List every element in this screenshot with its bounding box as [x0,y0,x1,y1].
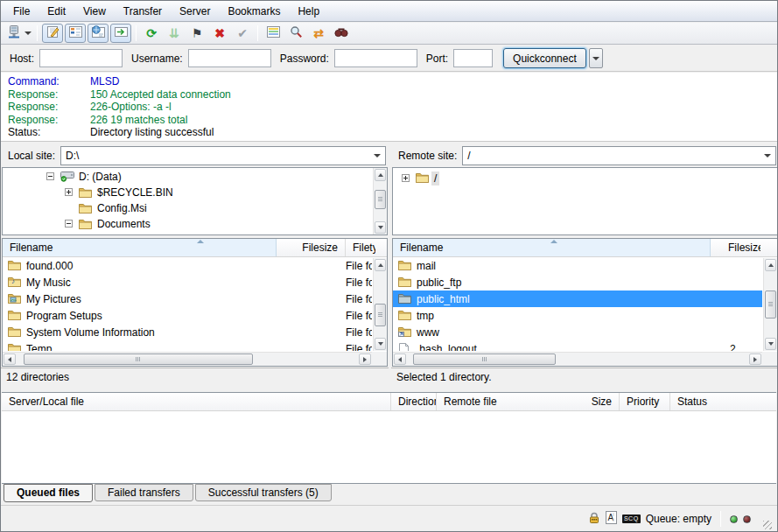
scroll-left-button[interactable] [394,354,406,365]
filezilla-window: File Edit View Transfer Server Bookmarks… [0,0,778,532]
tab-successful-transfers[interactable]: Successful transfers (5) [195,484,332,501]
cancel-operation-button[interactable]: ⚑ [186,24,207,43]
menu-help[interactable]: Help [289,3,328,20]
username-input[interactable] [188,49,271,67]
refresh-button[interactable]: ⟳ [141,24,162,43]
find-files-button[interactable] [285,24,306,43]
toolbar: ⟳ ⇊ ⚑ ✖ ✔ ⇄ [1,23,777,45]
toggle-remote-tree-button[interactable] [88,24,109,43]
file-row[interactable]: My Pictures File folder [3,290,372,307]
menu-bookmarks[interactable]: Bookmarks [219,3,289,20]
toggle-queue-button[interactable] [110,24,131,43]
scrollbar-thumb[interactable] [375,190,386,209]
local-directory-tree: D: (Data) $RECYCLE.BIN Config.Msi [2,167,388,235]
local-list-header: Filename Filesize Filetype [3,239,387,257]
collapse-icon[interactable] [46,172,54,180]
resize-grip[interactable] [763,521,772,529]
column-header-status[interactable]: Status [670,393,775,410]
column-header-server-local-file[interactable]: Server/Local file [2,393,391,410]
file-row[interactable]: public_ftp [393,274,762,290]
password-input[interactable] [334,49,417,67]
disconnect-icon: ✖ [214,27,225,39]
queue-size-text: Queue: empty [646,513,711,525]
menu-edit[interactable]: Edit [39,3,74,20]
host-input[interactable] [39,49,123,67]
column-header-filesize[interactable]: Filesize [711,239,760,256]
scroll-up-button[interactable] [765,259,776,271]
file-row[interactable]: www [393,324,762,340]
scrollbar-thumb[interactable] [413,354,556,365]
quickconnect-dropdown-button[interactable] [589,48,603,68]
queue-view-icon [115,25,128,41]
scroll-down-button[interactable] [765,338,776,350]
scroll-down-icon [378,226,383,229]
column-header-filename[interactable]: Filename [393,239,711,256]
folder-icon [416,172,429,184]
column-header-filesize[interactable]: Filesize [277,239,346,256]
search-button[interactable] [331,24,352,43]
file-row[interactable]: .bash_logout 2 [393,340,762,351]
file-row[interactable]: Program Setups File folder [3,307,372,324]
folder-icon [398,260,411,271]
scroll-down-button[interactable] [375,221,386,234]
menu-file[interactable]: File [4,3,39,20]
scroll-up-button[interactable] [375,259,386,271]
file-row[interactable]: mail [393,257,762,274]
local-site-combobox[interactable]: D:\ [60,146,386,165]
site-manager-button[interactable] [6,24,32,43]
chevron-down-icon[interactable] [764,154,771,158]
file-row-selected[interactable]: public_html [393,290,762,307]
chevron-down-icon[interactable] [374,154,381,158]
local-list-vertical-scrollbar[interactable] [373,258,387,351]
local-list-horizontal-scrollbar[interactable] [3,352,372,366]
menu-view[interactable]: View [74,3,115,20]
scroll-down-button[interactable] [375,338,386,350]
column-header-direction[interactable]: Direction [391,393,437,410]
column-header-priority[interactable]: Priority [620,393,670,410]
port-input[interactable] [453,49,493,67]
local-tree-scrollbar[interactable] [373,168,387,234]
file-row[interactable]: ♪ My Music File folder [3,274,372,290]
transfer-queue-panel: Server/Local file Direction Remote file … [2,392,776,484]
scroll-right-button[interactable] [359,354,371,365]
scrollbar-thumb[interactable] [24,354,253,365]
process-queue-button[interactable]: ⇊ [164,24,185,43]
toggle-message-log-button[interactable] [42,24,63,43]
quickconnect-button[interactable]: Quickconnect [503,48,586,68]
column-header-size[interactable]: Size [567,393,620,410]
file-row[interactable]: found.000 File folder [3,257,372,274]
port-label: Port: [426,52,448,65]
activity-led-green-icon [730,515,738,523]
scroll-up-button[interactable] [375,169,386,181]
folder-icon [79,187,92,199]
refresh-icon: ⟳ [146,27,157,39]
remote-list-vertical-scrollbar[interactable] [763,258,777,351]
menu-transfer[interactable]: Transfer [115,3,171,20]
file-row[interactable]: System Volume Information File folder [3,324,372,340]
scroll-left-button[interactable] [4,354,16,365]
remote-site-combobox[interactable]: / [462,146,776,165]
folder-icon [398,310,411,321]
file-row[interactable]: tmp [393,307,762,324]
collapse-icon[interactable] [65,220,73,228]
directory-comparison-button[interactable] [263,24,284,43]
filter-button[interactable]: ✔ [232,24,253,43]
tab-failed-transfers[interactable]: Failed transfers [95,484,193,501]
expand-icon[interactable] [65,188,73,196]
column-header-filetype[interactable]: Filetype [346,239,375,256]
password-label: Password: [280,52,329,65]
scroll-right-button[interactable] [749,354,761,365]
remote-list-horizontal-scrollbar[interactable] [393,352,762,366]
scrollbar-thumb[interactable] [375,304,386,326]
tab-queued-files[interactable]: Queued files [4,484,93,502]
toggle-local-tree-button[interactable] [65,24,86,43]
disconnect-button[interactable]: ✖ [209,24,230,43]
menu-server[interactable]: Server [171,3,219,20]
site-manager-dropdown-icon[interactable] [25,32,32,35]
scroll-up-icon [378,263,383,267]
scrollbar-thumb[interactable] [765,290,776,318]
synchronized-browsing-button[interactable]: ⇄ [308,24,329,43]
column-header-filename[interactable]: Filename [3,239,277,256]
expand-icon[interactable] [402,174,410,182]
file-row[interactable]: Temp File folder [3,340,372,351]
